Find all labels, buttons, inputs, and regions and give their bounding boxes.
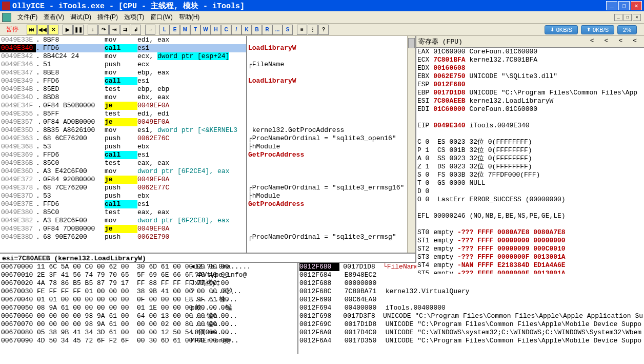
toolbar-tilret-button[interactable]: ↲ xyxy=(131,25,141,35)
register-row[interactable]: S 0 FS 003B 32位 7FFDF000(FFF) xyxy=(417,171,643,179)
hex-row[interactable]: 00670030FE FF FF FF 01 00 00 00 38 9B 41… xyxy=(1,288,296,296)
toolbar-C-button[interactable]: C xyxy=(221,25,231,35)
register-row[interactable]: P 1 CS 001B 32位 0(FFFFFFFF) xyxy=(417,146,643,155)
register-row[interactable]: ST1 empty -??? FFFF 00000000 00000000 xyxy=(417,237,643,245)
mdi-restore-button[interactable]: ❐ xyxy=(623,14,632,21)
toolbar-run-button[interactable]: ▶ xyxy=(63,25,73,35)
toolbar-R-button[interactable]: R xyxy=(262,25,272,35)
toolbar-trace-button[interactable]: ⇥ xyxy=(109,25,119,35)
toolbar-L-button[interactable]: L xyxy=(159,25,170,35)
menu-2[interactable]: 调试(D) xyxy=(67,12,94,22)
disasm-row[interactable]: 0049E36B. 85C0 test eax, eax xyxy=(0,159,246,167)
disasm-row[interactable]: 0049E37D. 53 push ebx xyxy=(0,192,246,200)
toolbar-traceover-button[interactable]: ⇉ xyxy=(120,25,130,35)
disasm-row[interactable]: 0049E357.0F84 AD0B0000 je 0049EF0A xyxy=(0,118,246,126)
disasm-row[interactable]: 0049E33E. 8BF8 mov edi, eax xyxy=(0,36,246,44)
reg-nav-left3-icon[interactable]: < xyxy=(618,37,622,46)
menu-0[interactable]: 文件(F) xyxy=(14,12,41,22)
toolbar-rewind-button[interactable]: ⏮ xyxy=(27,25,37,35)
reg-nav-left2-icon[interactable]: < xyxy=(605,37,609,46)
close-button[interactable]: ✕ xyxy=(631,1,642,10)
register-row[interactable]: D 0 xyxy=(417,187,643,196)
toolbar-M-button[interactable]: M xyxy=(180,25,190,35)
menu-1[interactable]: 查看(V) xyxy=(41,12,67,22)
toolbar-close-button[interactable]: ✕ xyxy=(48,25,58,35)
register-row[interactable]: ST5 empty -??? FFFF 0000000F 0013001A xyxy=(417,270,643,274)
hexdump-pane[interactable]: 0067000011 6C 5A 00 C0 00 62 00 30 6D 61… xyxy=(0,263,297,354)
mdi-close-button[interactable]: ✕ xyxy=(633,14,641,21)
toolbar-stepover-button[interactable]: ↷ xyxy=(98,25,109,35)
register-row[interactable]: ESI 7C80AEEB kernel32.LoadLibraryW xyxy=(417,97,643,105)
disasm-row[interactable]: 0049E349. FFD6 call esi xyxy=(0,77,246,85)
stack-row[interactable]: 0012F688 00000000 xyxy=(299,279,643,288)
disasm-row[interactable]: 0049E378. 68 7CE76200 push 0062E77C xyxy=(0,184,246,192)
disasm-row[interactable]: 0049E363. 68 6CE76200 push 0062E76C xyxy=(0,135,246,143)
menu-6[interactable]: 帮助(H) xyxy=(176,12,203,22)
register-row[interactable]: EIP 0049E340 iTools.0049E340 xyxy=(417,122,643,130)
disasm-row[interactable]: 0049E387.0F84 7D0B0000 je 0049EF0A xyxy=(0,225,246,233)
maximize-button[interactable]: ❐ xyxy=(618,1,630,10)
register-row[interactable]: EFL 00000246 (NO,NB,E,BE,NS,PE,GE,LE) xyxy=(417,212,643,220)
disasm-row[interactable]: 0049E38D. 68 90E76200 push 0062E790 xyxy=(0,233,246,241)
disasm-row[interactable]: 0049E35D. 8B35 A8626100 mov esi, dword p… xyxy=(0,126,246,135)
register-row[interactable]: ST2 empty -??? FFFF 00000009 000C0010 xyxy=(417,245,643,253)
cpu-icon[interactable] xyxy=(2,13,11,22)
toolbar-opt2-button[interactable]: ⋮ xyxy=(308,25,318,35)
register-row[interactable]: ECX 7C801BFA kernel32.7C801BFA xyxy=(417,56,643,64)
disasm-row[interactable]: 0049E36D. A3 E42C6F00 mov dword ptr [6F2… xyxy=(0,167,246,176)
disasm-row[interactable]: 0049E34D. 8BD8 mov ebx, eax xyxy=(0,93,246,102)
register-row[interactable]: ST4 empty -NAN FFFF E218384D ED1A4A6E xyxy=(417,261,643,270)
register-row[interactable]: EAX 01C60000 CoreFoun.01C60000 xyxy=(417,48,643,56)
register-row[interactable]: EBX 0062E750 UNICODE "\SQLite3.dll" xyxy=(417,72,643,81)
menu-5[interactable]: 窗口(W) xyxy=(147,12,175,22)
register-row[interactable]: ESP 0012F680 xyxy=(417,81,643,89)
toolbar-W-button[interactable]: W xyxy=(200,25,211,35)
stack-row[interactable]: 0012F698 0017D3F8 UNICODE "C:\Program Fi… xyxy=(299,312,643,320)
disasm-row[interactable]: 0049E368. 53 push ebx xyxy=(0,143,246,151)
register-row[interactable] xyxy=(417,113,643,122)
register-row[interactable]: A 0 SS 0023 32位 0(FFFFFFFF) xyxy=(417,155,643,163)
toolbar-T-button[interactable]: T xyxy=(190,25,200,35)
menu-4[interactable]: 选项(T) xyxy=(121,12,147,22)
disasm-row[interactable]: 0049E347. 8BE8 mov ebp, eax xyxy=(0,69,246,77)
toolbar-goto-button[interactable]: → xyxy=(145,25,155,35)
stack-row[interactable]: 0012F690 00C64EA0 xyxy=(299,296,643,304)
register-row[interactable]: Z 1 DS 0023 32位 0(FFFFFFFF) xyxy=(417,163,643,171)
toolbar-B-button[interactable]: B xyxy=(252,25,262,35)
hex-row[interactable]: 0067000011 6C 5A 00 C0 00 62 00 30 6D 61… xyxy=(1,263,296,271)
menu-3[interactable]: 插件(P) xyxy=(94,12,121,22)
register-row[interactable]: ST0 empty -??? FFFF 0080A7E8 0080A7E8 xyxy=(417,228,643,237)
stack-row[interactable]: 0012F6A0 0017D4C0 UNICODE "C:\WINDOWS\sy… xyxy=(299,329,643,337)
disasm-row[interactable]: 0049E340. FFD6 call esi xyxy=(0,44,246,52)
stack-pane[interactable]: 0012F680 0017D1D8 └FileName = "C:\Progra… xyxy=(297,263,644,354)
hex-row[interactable]: 0067007000 00 00 00 98 9A 61 00 00 00 02… xyxy=(1,320,296,329)
toolbar-K-button[interactable]: K xyxy=(242,25,252,35)
register-row[interactable]: EDI 01C60000 CoreFoun.01C60000 xyxy=(417,105,643,113)
disasm-row[interactable]: 0049E380. 85C0 test eax, eax xyxy=(0,208,246,217)
register-row[interactable]: C 0 ES 0023 32位 0(FFFFFFFF) xyxy=(417,138,643,146)
disasm-row[interactable]: 0049E34B. 85ED test ebp, ebp xyxy=(0,85,246,93)
register-row[interactable] xyxy=(417,204,643,212)
toolbar-S-button[interactable]: S xyxy=(283,25,293,35)
toolbar-pause-button[interactable]: ❚❚ xyxy=(73,25,84,35)
toolbar-...-button[interactable]: ... xyxy=(272,25,283,35)
stack-row[interactable]: 0012F694 00400000 iTools.00400000 xyxy=(299,304,643,312)
hex-row[interactable]: 0067006000 00 00 00 98 9A 61 00 64 00 13… xyxy=(1,312,296,320)
disasm-row[interactable]: 0049E369. FFD6 call esi xyxy=(0,151,246,159)
hex-row[interactable]: 0067008005 38 9B 41 34 3D 61 00 00 00 12… xyxy=(1,329,296,337)
disasm-row[interactable]: 0049E382. A3 E82C6F00 mov dword ptr [6F2… xyxy=(0,217,246,225)
register-row[interactable]: ST3 empty -??? FFFF 0000000F 0013001A xyxy=(417,253,643,261)
disasm-row[interactable]: 0049E355. 85FF test edi, edi xyxy=(0,110,246,118)
register-row[interactable]: O 0 LastErr ERROR_SUCCESS (00000000) xyxy=(417,196,643,204)
register-row[interactable]: T 0 GS 0000 NULL xyxy=(417,179,643,187)
minimize-button[interactable]: _ xyxy=(606,1,617,10)
register-row[interactable] xyxy=(417,220,643,228)
stack-row[interactable]: 0012F69C 0017D1D8 UNICODE "C:\Program Fi… xyxy=(299,320,643,329)
registers-pane[interactable]: EAX 01C60000 CoreFoun.01C60000ECX 7C801B… xyxy=(416,48,644,274)
toolbar-opt1-button[interactable]: ≡ xyxy=(297,25,307,35)
toolbar-help-button[interactable]: ? xyxy=(318,25,329,35)
disassembly-pane[interactable]: 0049E33E. 8BF8 mov edi, eax0049E340. FFD… xyxy=(0,36,246,253)
reg-nav-left4-icon[interactable]: < xyxy=(633,37,637,46)
mdi-minimize-button[interactable]: _ xyxy=(614,14,622,21)
stack-row[interactable]: 0012F6A4 0017D350 UNICODE "C:\Program Fi… xyxy=(299,337,643,345)
